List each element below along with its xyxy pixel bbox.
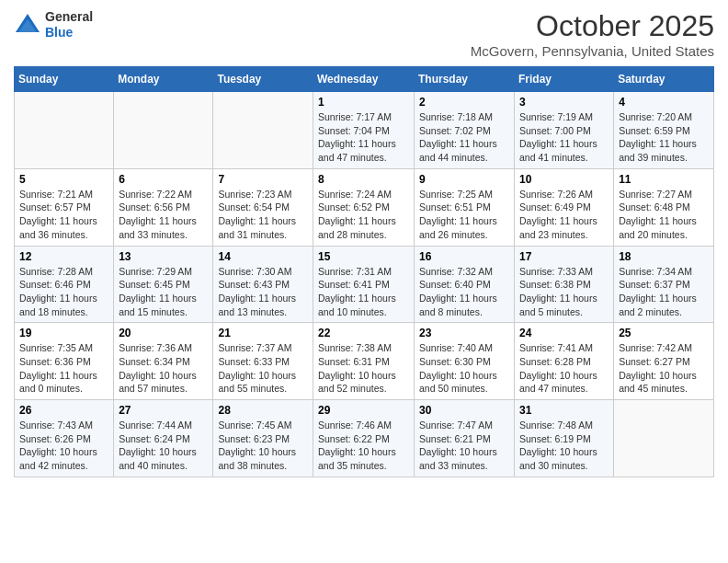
calendar-cell: [114, 92, 213, 169]
day-number: 21: [218, 327, 308, 339]
calendar-cell: [15, 92, 114, 169]
calendar-table: SundayMondayTuesdayWednesdayThursdayFrid…: [14, 66, 714, 477]
day-info: Sunrise: 7:23 AM Sunset: 6:54 PM Dayligh…: [218, 188, 308, 242]
day-number: 13: [119, 250, 208, 263]
day-info: Sunrise: 7:33 AM Sunset: 6:38 PM Dayligh…: [519, 265, 609, 319]
calendar-cell: 4Sunrise: 7:20 AM Sunset: 6:59 PM Daylig…: [614, 92, 714, 169]
day-info: Sunrise: 7:45 AM Sunset: 6:23 PM Dayligh…: [218, 419, 308, 473]
day-info: Sunrise: 7:37 AM Sunset: 6:33 PM Dayligh…: [218, 341, 308, 396]
calendar-cell: [614, 400, 714, 477]
header-tuesday: Tuesday: [213, 67, 313, 92]
calendar-cell: 2Sunrise: 7:18 AM Sunset: 7:02 PM Daylig…: [415, 92, 515, 169]
calendar-cell: 21Sunrise: 7:37 AM Sunset: 6:33 PM Dayli…: [213, 323, 313, 400]
calendar-cell: 14Sunrise: 7:30 AM Sunset: 6:43 PM Dayli…: [213, 246, 313, 323]
day-info: Sunrise: 7:27 AM Sunset: 6:48 PM Dayligh…: [619, 188, 709, 242]
day-number: 15: [318, 250, 409, 263]
calendar-cell: 9Sunrise: 7:25 AM Sunset: 6:51 PM Daylig…: [415, 168, 515, 246]
page-subtitle: McGovern, Pennsylvania, United States: [471, 43, 714, 59]
calendar-week-1: 1Sunrise: 7:17 AM Sunset: 7:04 PM Daylig…: [15, 92, 714, 169]
day-info: Sunrise: 7:24 AM Sunset: 6:52 PM Dayligh…: [318, 188, 409, 242]
day-info: Sunrise: 7:34 AM Sunset: 6:37 PM Dayligh…: [619, 265, 709, 319]
calendar-cell: 6Sunrise: 7:22 AM Sunset: 6:56 PM Daylig…: [114, 168, 213, 246]
day-info: Sunrise: 7:31 AM Sunset: 6:41 PM Dayligh…: [318, 265, 409, 319]
day-info: Sunrise: 7:30 AM Sunset: 6:43 PM Dayligh…: [218, 265, 308, 319]
calendar-cell: 16Sunrise: 7:32 AM Sunset: 6:40 PM Dayli…: [415, 246, 515, 323]
day-number: 2: [419, 96, 509, 109]
header-sunday: Sunday: [15, 67, 114, 92]
calendar-week-3: 12Sunrise: 7:28 AM Sunset: 6:46 PM Dayli…: [15, 246, 714, 323]
header-wednesday: Wednesday: [313, 67, 415, 92]
day-info: Sunrise: 7:18 AM Sunset: 7:02 PM Dayligh…: [419, 110, 509, 165]
calendar-cell: 20Sunrise: 7:36 AM Sunset: 6:34 PM Dayli…: [114, 323, 213, 400]
day-info: Sunrise: 7:22 AM Sunset: 6:56 PM Dayligh…: [119, 188, 208, 242]
day-info: Sunrise: 7:42 AM Sunset: 6:27 PM Dayligh…: [619, 341, 709, 396]
day-info: Sunrise: 7:32 AM Sunset: 6:40 PM Dayligh…: [419, 265, 509, 319]
day-number: 14: [218, 250, 308, 263]
day-info: Sunrise: 7:44 AM Sunset: 6:24 PM Dayligh…: [119, 419, 208, 473]
day-number: 16: [419, 250, 509, 263]
day-number: 3: [519, 96, 609, 109]
day-info: Sunrise: 7:43 AM Sunset: 6:26 PM Dayligh…: [19, 419, 108, 473]
calendar-cell: 10Sunrise: 7:26 AM Sunset: 6:49 PM Dayli…: [515, 168, 614, 246]
calendar-cell: 7Sunrise: 7:23 AM Sunset: 6:54 PM Daylig…: [213, 168, 313, 246]
day-number: 4: [619, 96, 709, 109]
day-info: Sunrise: 7:48 AM Sunset: 6:19 PM Dayligh…: [519, 419, 609, 473]
logo: General Blue: [14, 9, 93, 40]
day-info: Sunrise: 7:19 AM Sunset: 7:00 PM Dayligh…: [519, 110, 609, 165]
header-friday: Friday: [515, 67, 614, 92]
header-thursday: Thursday: [415, 67, 515, 92]
header-monday: Monday: [114, 67, 213, 92]
day-number: 18: [619, 250, 709, 263]
day-info: Sunrise: 7:40 AM Sunset: 6:30 PM Dayligh…: [419, 341, 509, 396]
calendar-cell: 3Sunrise: 7:19 AM Sunset: 7:00 PM Daylig…: [515, 92, 614, 169]
calendar-cell: 18Sunrise: 7:34 AM Sunset: 6:37 PM Dayli…: [614, 246, 714, 323]
page-title: October 2025: [471, 9, 714, 43]
day-info: Sunrise: 7:36 AM Sunset: 6:34 PM Dayligh…: [119, 341, 208, 396]
day-number: 17: [519, 250, 609, 263]
calendar-header-row: SundayMondayTuesdayWednesdayThursdayFrid…: [15, 67, 714, 92]
day-number: 19: [19, 327, 108, 339]
logo-general: General: [45, 9, 93, 25]
calendar-cell: 5Sunrise: 7:21 AM Sunset: 6:57 PM Daylig…: [15, 168, 114, 246]
day-info: Sunrise: 7:25 AM Sunset: 6:51 PM Dayligh…: [419, 188, 509, 242]
calendar-cell: 11Sunrise: 7:27 AM Sunset: 6:48 PM Dayli…: [614, 168, 714, 246]
calendar-cell: [213, 92, 313, 169]
day-info: Sunrise: 7:38 AM Sunset: 6:31 PM Dayligh…: [318, 341, 409, 396]
day-number: 29: [318, 404, 409, 417]
day-info: Sunrise: 7:41 AM Sunset: 6:28 PM Dayligh…: [519, 341, 609, 396]
day-number: 24: [519, 327, 609, 339]
header-saturday: Saturday: [614, 67, 714, 92]
day-number: 6: [119, 173, 208, 186]
day-info: Sunrise: 7:29 AM Sunset: 6:45 PM Dayligh…: [119, 265, 208, 319]
day-number: 22: [318, 327, 409, 339]
calendar-week-5: 26Sunrise: 7:43 AM Sunset: 6:26 PM Dayli…: [15, 400, 714, 477]
calendar-cell: 19Sunrise: 7:35 AM Sunset: 6:36 PM Dayli…: [15, 323, 114, 400]
day-number: 26: [19, 404, 108, 417]
calendar-cell: 8Sunrise: 7:24 AM Sunset: 6:52 PM Daylig…: [313, 168, 415, 246]
calendar-week-2: 5Sunrise: 7:21 AM Sunset: 6:57 PM Daylig…: [15, 168, 714, 246]
day-number: 25: [619, 327, 709, 339]
day-info: Sunrise: 7:35 AM Sunset: 6:36 PM Dayligh…: [19, 341, 108, 396]
logo-text: General Blue: [45, 9, 93, 40]
day-number: 7: [218, 173, 308, 186]
calendar-cell: 24Sunrise: 7:41 AM Sunset: 6:28 PM Dayli…: [515, 323, 614, 400]
day-info: Sunrise: 7:26 AM Sunset: 6:49 PM Dayligh…: [519, 188, 609, 242]
calendar-cell: 25Sunrise: 7:42 AM Sunset: 6:27 PM Dayli…: [614, 323, 714, 400]
calendar-cell: 12Sunrise: 7:28 AM Sunset: 6:46 PM Dayli…: [15, 246, 114, 323]
calendar-cell: 29Sunrise: 7:46 AM Sunset: 6:22 PM Dayli…: [313, 400, 415, 477]
day-number: 30: [419, 404, 509, 417]
day-info: Sunrise: 7:21 AM Sunset: 6:57 PM Dayligh…: [19, 188, 108, 242]
day-info: Sunrise: 7:47 AM Sunset: 6:21 PM Dayligh…: [419, 419, 509, 473]
calendar-cell: 22Sunrise: 7:38 AM Sunset: 6:31 PM Dayli…: [313, 323, 415, 400]
day-number: 11: [619, 173, 709, 186]
day-number: 20: [119, 327, 208, 339]
calendar-cell: 27Sunrise: 7:44 AM Sunset: 6:24 PM Dayli…: [114, 400, 213, 477]
calendar-week-4: 19Sunrise: 7:35 AM Sunset: 6:36 PM Dayli…: [15, 323, 714, 400]
day-info: Sunrise: 7:17 AM Sunset: 7:04 PM Dayligh…: [318, 110, 409, 165]
day-number: 12: [19, 250, 108, 263]
calendar-cell: 28Sunrise: 7:45 AM Sunset: 6:23 PM Dayli…: [213, 400, 313, 477]
day-number: 10: [519, 173, 609, 186]
day-info: Sunrise: 7:20 AM Sunset: 6:59 PM Dayligh…: [619, 110, 709, 165]
calendar-cell: 23Sunrise: 7:40 AM Sunset: 6:30 PM Dayli…: [415, 323, 515, 400]
day-number: 1: [318, 96, 409, 109]
